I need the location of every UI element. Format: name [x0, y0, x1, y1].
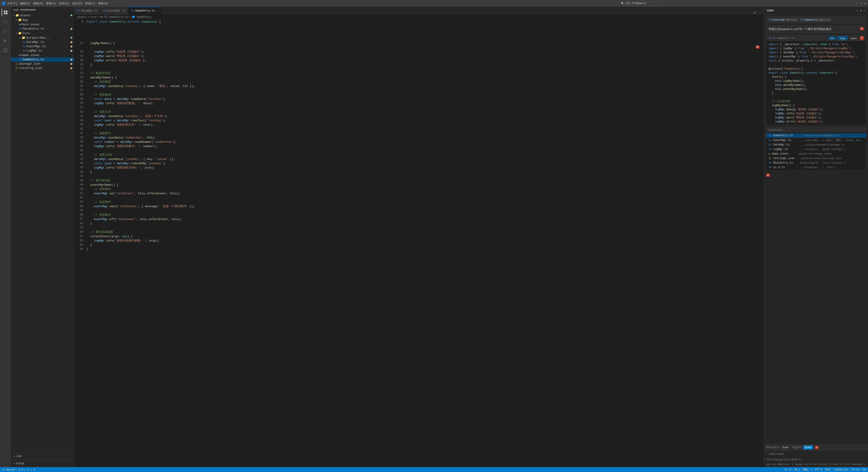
file-result-gameentry[interactable]: TS GameEntry.ts ...assets/Core/GameEntry…	[766, 133, 866, 138]
code-line: // 保存数据	[87, 80, 764, 84]
tree-eventmgr[interactable]: TS EventMgr.ts	[11, 44, 74, 49]
tree-gameentry[interactable]: TS GameEntry.ts	[11, 57, 74, 62]
warnings[interactable]: ⚠ 0	[31, 468, 35, 471]
outline-header[interactable]: ▾ 大纲	[11, 454, 74, 459]
errors-warnings[interactable]: ⊗ 0 △ 0	[19, 468, 29, 471]
cursor-position[interactable]: 行 47, 列 1	[784, 468, 800, 471]
code-line: logMgr.info('信息类 日志输出');	[769, 112, 864, 116]
code-line: start() {	[769, 75, 864, 79]
close-chat-icon[interactable]: ✕	[864, 9, 865, 12]
line-ending-indicator[interactable]: CRLF	[825, 468, 831, 471]
split-editor-icon[interactable]: ⧉	[753, 11, 756, 15]
copy-button[interactable]: Copy	[837, 36, 847, 40]
apply-button[interactable]: Apply	[849, 36, 859, 40]
breadcrumb-class[interactable]: 🔷 GameEntry	[132, 15, 151, 19]
json-icon: {}	[769, 157, 772, 160]
add-context-button[interactable]: + Add context	[767, 452, 785, 456]
activity-search[interactable]	[2, 18, 9, 26]
menu-goto[interactable]: 转到(G)	[59, 2, 69, 5]
tab-eventmgr[interactable]: TS EventMgr.ts	[100, 7, 128, 15]
breadcrumb-core[interactable]: Core	[90, 15, 96, 19]
activity-debug[interactable]	[2, 37, 9, 45]
tree-logmgr[interactable]: TS LogMgr.ts	[11, 49, 74, 53]
tree-item-label: assets	[20, 14, 31, 17]
code-line: }	[87, 221, 764, 226]
badge-2: 2	[766, 174, 770, 177]
ts-icon: TS	[769, 148, 772, 151]
tab-close-button[interactable]: ✕	[157, 9, 158, 12]
svg-rect-6	[4, 49, 5, 50]
tab-datamgr[interactable]: TS DataMgr.ts	[74, 7, 100, 15]
language-indicator[interactable]: TypeScript	[834, 468, 848, 471]
menu-edit[interactable]: 编辑(E)	[20, 2, 31, 5]
timeline-label: 时间线	[16, 462, 24, 465]
git-branch[interactable]: ⎇ master*	[2, 468, 17, 471]
file-result-datamgr[interactable]: TS DataMgr.ts ...scripts/Managers/DataMg…	[766, 143, 866, 147]
file-result-eventmgr[interactable]: TS EventMgr.ts ...ripts/Managers/EventMg…	[766, 138, 866, 143]
file-result-mainentry[interactable]: TS MainEntry.ts assets/App/MainEntry.ts …	[766, 161, 866, 165]
ts-icon: TS	[100, 16, 103, 19]
menu-view[interactable]: 查看(V)	[46, 2, 57, 5]
activity-explorer[interactable]	[2, 8, 9, 16]
outline-section: ▾ 大纲	[11, 452, 74, 460]
spaces-indicator[interactable]: 空格: 4	[803, 468, 812, 471]
activity-git[interactable]	[2, 28, 9, 35]
tree-datamgr[interactable]: TS DataMgr.ts	[11, 40, 74, 44]
done-button[interactable]: Done	[803, 445, 813, 449]
minimize-icon[interactable]: ─	[856, 2, 857, 5]
file-result-name: Game.scene	[772, 152, 797, 155]
chat-footer-actions: gpt-4o @Mention # Image alt+# no context…	[767, 463, 866, 466]
badge-5: 5	[756, 45, 760, 49]
more-actions-icon[interactable]: ···	[757, 11, 762, 15]
tree-scripts[interactable]: ▸ 📁 Scripts\Man...	[11, 35, 74, 40]
timeline-header[interactable]: ▸ 时间线	[11, 461, 74, 466]
chat-input[interactable]	[767, 457, 866, 462]
mention-button[interactable]: @Mention	[778, 463, 790, 466]
chat-body: TS EventMgr.ts File TS GameEntry.ts File…	[764, 15, 868, 444]
menu-terminal[interactable]: 终端(T)	[85, 2, 96, 5]
editor-content[interactable]: 8 16 18 19 20 21 22 23 24 25 26 27 28 29…	[74, 20, 764, 467]
file-result-settings[interactable]: {} settings.json .g/Cursor/User/settings…	[766, 156, 866, 161]
tab-gameentry[interactable]: TS GameEntry.ts ✕	[128, 7, 161, 15]
tree-tsconfig-json[interactable]: {} tsconfig.json	[11, 66, 74, 70]
file-result-logmgr[interactable]: TS LogMgr.ts .../Scripts/Managers/LogMgr…	[766, 147, 866, 152]
chat-code-header: TS TS GameEntry.ts Ask Copy Apply 4	[766, 35, 866, 41]
file-search-input[interactable]	[769, 128, 864, 131]
tree-core[interactable]: ▾ 📁 Core	[11, 31, 74, 35]
tree-game-scene[interactable]: ◈ Game.scene	[11, 53, 74, 57]
context-file-eventmgr[interactable]: TS EventMgr.ts File	[768, 18, 798, 22]
tree-package-json[interactable]: {} package.json	[11, 62, 74, 66]
encoding-indicator[interactable]: UTF-8	[815, 468, 822, 471]
menu-run[interactable]: 运行(R)	[72, 2, 83, 5]
status-dot	[70, 50, 72, 52]
tree-assets[interactable]: ▾ 📁 assets	[11, 13, 74, 18]
file-result-ccdts[interactable]: TS cc.d.ts ...d/engine/bin/declarations/…	[766, 165, 866, 170]
status-dot	[70, 59, 72, 61]
file-result-snippet: { name: '测试', value: 123 });	[822, 138, 864, 142]
file-result-gamescene[interactable]: ◈ Game.scene assets/Core/Game.scene	[766, 152, 866, 156]
code-line: @ccclass('GameEntry')	[769, 67, 864, 71]
tree-main-entry[interactable]: TS MainEntry.ts	[11, 27, 74, 31]
tree-app[interactable]: ▾ 📁 App	[11, 18, 74, 22]
global-search[interactable]: 🔍 c2d_framework	[619, 1, 664, 6]
history-icon[interactable]: ↺	[860, 9, 862, 12]
close-icon[interactable]: ✕	[865, 2, 866, 5]
context-file-gameentry[interactable]: TS GameEntry.ts File	[800, 18, 831, 22]
activity-extensions[interactable]	[2, 46, 9, 54]
tree-main-scene[interactable]: ◈ Main.scene	[11, 22, 74, 27]
menu-help[interactable]: 帮助(H)	[98, 2, 108, 5]
maximize-icon[interactable]: □	[860, 2, 862, 5]
model-selector[interactable]: gpt-4o	[767, 463, 776, 466]
code-content[interactable]: export class GameEntry extends Component…	[85, 20, 764, 467]
menu-select[interactable]: 选择(S)	[33, 2, 43, 5]
cursor-tool-indicator[interactable]: Cursor Tab	[851, 468, 866, 471]
ask-button[interactable]: Ask	[829, 36, 836, 40]
menu-file[interactable]: 文件(F)	[7, 2, 18, 5]
breadcrumb-gameentry-ts[interactable]: TSTS GameEntry.ts	[100, 15, 128, 19]
file-result-path: ...assets/Core/GameEntry.ts	[800, 134, 864, 137]
breadcrumb-assets[interactable]: assets	[77, 15, 87, 19]
enter-button[interactable]: Enter	[781, 446, 790, 449]
code-line: this.dataMgrDemo();	[769, 83, 864, 87]
new-chat-icon[interactable]: +	[857, 9, 858, 12]
image-button[interactable]: # Image	[792, 463, 802, 466]
